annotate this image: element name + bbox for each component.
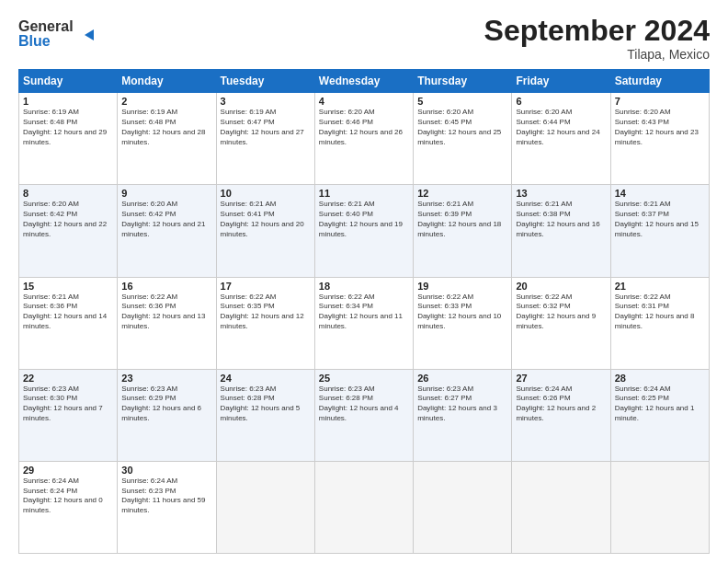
day-number: 21	[615, 281, 705, 292]
day-info: Sunrise: 6:21 AM Sunset: 6:38 PM Dayligh…	[516, 200, 606, 239]
table-row: 9 Sunrise: 6:20 AM Sunset: 6:42 PM Dayli…	[118, 185, 216, 277]
table-row: 27 Sunrise: 6:24 AM Sunset: 6:26 PM Dayl…	[512, 369, 610, 461]
svg-text:Blue: Blue	[18, 33, 51, 49]
day-info: Sunrise: 6:21 AM Sunset: 6:41 PM Dayligh…	[221, 200, 311, 239]
table-row: 15 Sunrise: 6:21 AM Sunset: 6:36 PM Dayl…	[19, 277, 118, 369]
day-info: Sunrise: 6:24 AM Sunset: 6:24 PM Dayligh…	[23, 477, 113, 516]
day-number: 15	[23, 281, 113, 292]
svg-marker-2	[85, 29, 94, 40]
day-number: 8	[23, 188, 113, 199]
day-number: 4	[319, 96, 409, 107]
header-tuesday: Tuesday	[216, 70, 314, 93]
title-block: September 2024 Tilapa, Mexico	[484, 15, 710, 62]
day-number: 10	[221, 188, 311, 199]
day-number: 9	[121, 188, 211, 199]
table-row: 17 Sunrise: 6:22 AM Sunset: 6:35 PM Dayl…	[216, 277, 314, 369]
day-info: Sunrise: 6:24 AM Sunset: 6:26 PM Dayligh…	[516, 385, 606, 424]
header-friday: Friday	[512, 70, 610, 93]
days-header-row: Sunday Monday Tuesday Wednesday Thursday…	[19, 70, 710, 93]
header-saturday: Saturday	[610, 70, 709, 93]
calendar-table: Sunday Monday Tuesday Wednesday Thursday…	[18, 69, 710, 554]
day-number: 14	[615, 188, 705, 199]
header-wednesday: Wednesday	[314, 70, 413, 93]
week-row-2: 8 Sunrise: 6:20 AM Sunset: 6:42 PM Dayli…	[19, 185, 710, 277]
table-row: 10 Sunrise: 6:21 AM Sunset: 6:41 PM Dayl…	[216, 185, 314, 277]
day-info: Sunrise: 6:19 AM Sunset: 6:47 PM Dayligh…	[221, 108, 311, 147]
table-row: 4 Sunrise: 6:20 AM Sunset: 6:46 PM Dayli…	[314, 93, 413, 185]
table-row	[314, 461, 413, 553]
week-row-3: 15 Sunrise: 6:21 AM Sunset: 6:36 PM Dayl…	[19, 277, 710, 369]
table-row: 23 Sunrise: 6:23 AM Sunset: 6:29 PM Dayl…	[118, 369, 216, 461]
day-info: Sunrise: 6:20 AM Sunset: 6:45 PM Dayligh…	[417, 108, 507, 147]
day-number: 29	[23, 465, 113, 476]
day-info: Sunrise: 6:20 AM Sunset: 6:43 PM Dayligh…	[615, 108, 705, 147]
table-row: 30 Sunrise: 6:24 AM Sunset: 6:23 PM Dayl…	[118, 461, 216, 553]
svg-text:General: General	[18, 18, 74, 34]
table-row: 14 Sunrise: 6:21 AM Sunset: 6:37 PM Dayl…	[610, 185, 709, 277]
table-row	[512, 461, 610, 553]
day-number: 11	[319, 188, 409, 199]
day-number: 13	[516, 188, 606, 199]
day-info: Sunrise: 6:21 AM Sunset: 6:40 PM Dayligh…	[319, 200, 409, 239]
day-info: Sunrise: 6:19 AM Sunset: 6:48 PM Dayligh…	[23, 108, 113, 147]
logo-image: General Blue	[18, 15, 101, 52]
table-row: 16 Sunrise: 6:22 AM Sunset: 6:36 PM Dayl…	[118, 277, 216, 369]
table-row: 3 Sunrise: 6:19 AM Sunset: 6:47 PM Dayli…	[216, 93, 314, 185]
day-info: Sunrise: 6:24 AM Sunset: 6:23 PM Dayligh…	[121, 477, 211, 516]
table-row: 29 Sunrise: 6:24 AM Sunset: 6:24 PM Dayl…	[19, 461, 118, 553]
day-number: 25	[319, 373, 409, 384]
table-row: 11 Sunrise: 6:21 AM Sunset: 6:40 PM Dayl…	[314, 185, 413, 277]
table-row: 22 Sunrise: 6:23 AM Sunset: 6:30 PM Dayl…	[19, 369, 118, 461]
day-number: 27	[516, 373, 606, 384]
week-row-5: 29 Sunrise: 6:24 AM Sunset: 6:24 PM Dayl…	[19, 461, 710, 553]
table-row: 13 Sunrise: 6:21 AM Sunset: 6:38 PM Dayl…	[512, 185, 610, 277]
table-row: 7 Sunrise: 6:20 AM Sunset: 6:43 PM Dayli…	[610, 93, 709, 185]
table-row: 12 Sunrise: 6:21 AM Sunset: 6:39 PM Dayl…	[414, 185, 512, 277]
week-row-1: 1 Sunrise: 6:19 AM Sunset: 6:48 PM Dayli…	[19, 93, 710, 185]
day-info: Sunrise: 6:22 AM Sunset: 6:36 PM Dayligh…	[121, 293, 211, 332]
day-number: 7	[615, 96, 705, 107]
week-row-4: 22 Sunrise: 6:23 AM Sunset: 6:30 PM Dayl…	[19, 369, 710, 461]
day-info: Sunrise: 6:22 AM Sunset: 6:32 PM Dayligh…	[516, 293, 606, 332]
day-number: 26	[417, 373, 507, 384]
header-sunday: Sunday	[19, 70, 118, 93]
table-row: 8 Sunrise: 6:20 AM Sunset: 6:42 PM Dayli…	[19, 185, 118, 277]
calendar-page: General Blue September 2024 Tilapa, Mexi…	[0, 0, 728, 563]
table-row: 18 Sunrise: 6:22 AM Sunset: 6:34 PM Dayl…	[314, 277, 413, 369]
day-info: Sunrise: 6:21 AM Sunset: 6:39 PM Dayligh…	[417, 200, 507, 239]
day-info: Sunrise: 6:20 AM Sunset: 6:42 PM Dayligh…	[121, 200, 211, 239]
day-info: Sunrise: 6:20 AM Sunset: 6:42 PM Dayligh…	[23, 200, 113, 239]
table-row: 2 Sunrise: 6:19 AM Sunset: 6:48 PM Dayli…	[118, 93, 216, 185]
day-info: Sunrise: 6:22 AM Sunset: 6:31 PM Dayligh…	[615, 293, 705, 332]
day-number: 5	[417, 96, 507, 107]
day-number: 12	[417, 188, 507, 199]
day-info: Sunrise: 6:19 AM Sunset: 6:48 PM Dayligh…	[121, 108, 211, 147]
table-row: 19 Sunrise: 6:22 AM Sunset: 6:33 PM Dayl…	[414, 277, 512, 369]
table-row	[216, 461, 314, 553]
day-number: 28	[615, 373, 705, 384]
day-info: Sunrise: 6:23 AM Sunset: 6:27 PM Dayligh…	[417, 385, 507, 424]
day-number: 6	[516, 96, 606, 107]
day-number: 20	[516, 281, 606, 292]
day-info: Sunrise: 6:21 AM Sunset: 6:36 PM Dayligh…	[23, 293, 113, 332]
day-info: Sunrise: 6:23 AM Sunset: 6:28 PM Dayligh…	[319, 385, 409, 424]
day-info: Sunrise: 6:20 AM Sunset: 6:44 PM Dayligh…	[516, 108, 606, 147]
table-row: 21 Sunrise: 6:22 AM Sunset: 6:31 PM Dayl…	[610, 277, 709, 369]
month-title: September 2024	[484, 15, 710, 47]
day-number: 22	[23, 373, 113, 384]
day-info: Sunrise: 6:23 AM Sunset: 6:30 PM Dayligh…	[23, 385, 113, 424]
day-number: 17	[221, 281, 311, 292]
logo-svg: General Blue	[18, 15, 101, 52]
table-row: 25 Sunrise: 6:23 AM Sunset: 6:28 PM Dayl…	[314, 369, 413, 461]
location-subtitle: Tilapa, Mexico	[484, 47, 710, 62]
table-row	[414, 461, 512, 553]
day-number: 2	[121, 96, 211, 107]
table-row: 6 Sunrise: 6:20 AM Sunset: 6:44 PM Dayli…	[512, 93, 610, 185]
day-info: Sunrise: 6:22 AM Sunset: 6:33 PM Dayligh…	[417, 293, 507, 332]
day-number: 19	[417, 281, 507, 292]
table-row: 26 Sunrise: 6:23 AM Sunset: 6:27 PM Dayl…	[414, 369, 512, 461]
day-info: Sunrise: 6:22 AM Sunset: 6:35 PM Dayligh…	[221, 293, 311, 332]
day-number: 30	[121, 465, 211, 476]
day-info: Sunrise: 6:23 AM Sunset: 6:29 PM Dayligh…	[121, 385, 211, 424]
header-thursday: Thursday	[414, 70, 512, 93]
